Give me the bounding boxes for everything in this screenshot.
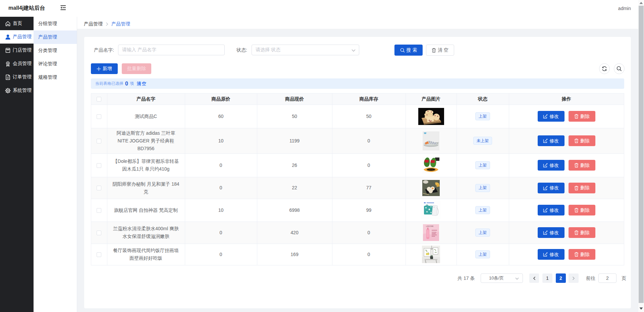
svg-text:LANCOME: LANCOME — [426, 226, 433, 227]
